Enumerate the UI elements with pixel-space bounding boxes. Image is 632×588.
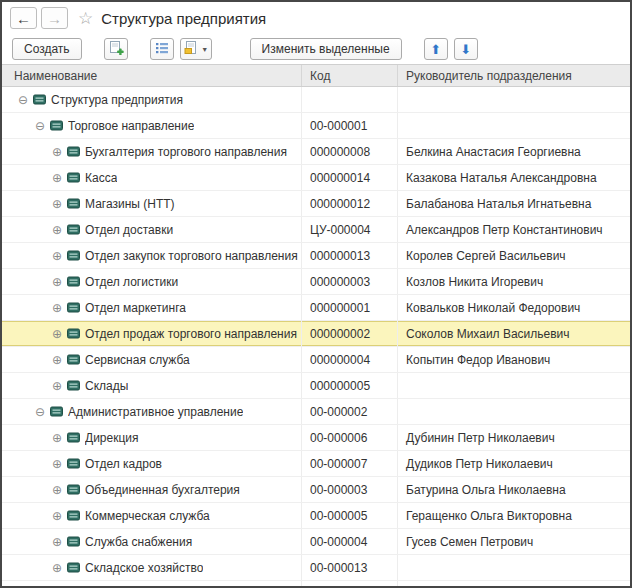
table-row[interactable]: ⊕ Отдел логистики 000000003 Козлов Никит… xyxy=(2,269,630,295)
move-down-button[interactable]: ⬇ xyxy=(454,38,478,60)
table-header: Наименование Код Руководитель подразделе… xyxy=(2,64,630,87)
table-row[interactable]: ⊕ Отдел кадров 00-000007 Дудиков Петр Ни… xyxy=(2,451,630,477)
expander-icon[interactable]: ⊕ xyxy=(50,458,64,470)
table-row[interactable]: ⊕ Объединенная бухгалтерия 00-000003 Бат… xyxy=(2,477,630,503)
table-row[interactable]: ⊕ Сервисная служба 000000004 Копытин Фед… xyxy=(2,347,630,373)
row-name: Отдел закупок торгового направления xyxy=(85,249,298,263)
row-head: Соколов Михаил Васильевич xyxy=(398,321,630,346)
row-code: 00-000007 xyxy=(302,451,398,476)
expander-icon[interactable]: ⊕ xyxy=(50,146,64,158)
row-head: Балабанова Наталья Игнатьевна xyxy=(398,191,630,216)
more-actions-button[interactable]: ▼ xyxy=(180,38,212,60)
back-button[interactable]: ← xyxy=(10,7,37,29)
row-code: 000000005 xyxy=(302,373,398,398)
forward-button[interactable]: → xyxy=(41,7,68,29)
table-row[interactable]: ⊕ Магазины (НТТ) 000000012 Балабанова На… xyxy=(2,191,630,217)
table-row[interactable]: ⊕ Служба снабжения 00-000004 Гусев Семен… xyxy=(2,529,630,555)
expander-icon[interactable]: ⊖ xyxy=(16,94,30,106)
row-name: Отдел доставки xyxy=(85,223,173,237)
table-row[interactable]: ⊖ Административное управление 00-000002 xyxy=(2,399,630,425)
row-code: 00-000002 xyxy=(302,399,398,424)
row-head: Копытин Федор Иванович xyxy=(398,347,630,372)
row-name: Отдел продаж торгового направления xyxy=(85,327,297,341)
expander-icon[interactable]: ⊕ xyxy=(50,302,64,314)
row-code: 00-000005 xyxy=(302,503,398,528)
table-row[interactable]: ⊕ Складское хозяйство 00-000013 xyxy=(2,555,630,581)
row-head: Дубинин Петр Николаевич xyxy=(398,425,630,450)
new-group-icon xyxy=(108,40,124,59)
document-actions-icon xyxy=(183,40,199,59)
create-group-button[interactable] xyxy=(104,38,128,60)
row-head xyxy=(398,113,630,138)
column-header-code[interactable]: Код xyxy=(302,65,398,86)
row-head: Козлов Никита Игоревич xyxy=(398,269,630,294)
expander-icon[interactable]: ⊕ xyxy=(50,562,64,574)
row-name: Коммерческая служба xyxy=(85,509,210,523)
expander-icon[interactable]: ⊕ xyxy=(50,172,64,184)
favorite-star-icon[interactable]: ☆ xyxy=(78,8,93,29)
table-row[interactable]: ⊕ Бухгалтерия торгового направления 0000… xyxy=(2,139,630,165)
expander-icon[interactable]: ⊕ xyxy=(50,354,64,366)
name-cell: ⊕ Бухгалтерия торгового направления xyxy=(2,139,302,164)
table-row[interactable]: ⊕ Касса 000000014 Казакова Наталья Алекс… xyxy=(2,165,630,191)
department-icon xyxy=(67,276,80,287)
department-icon xyxy=(33,94,46,105)
table-body: ⊖ Структура предприятия ⊖ xyxy=(2,87,630,586)
expander-icon[interactable]: ⊕ xyxy=(50,380,64,392)
row-head: Александров Петр Константинович xyxy=(398,217,630,242)
table-row[interactable]: ⊕ Отдел доставки ЦУ-000004 Александров П… xyxy=(2,217,630,243)
expander-icon[interactable]: ⊕ xyxy=(50,276,64,288)
expander-icon[interactable]: ⊖ xyxy=(33,120,47,132)
tree-indent xyxy=(16,515,50,516)
row-code: 00-000006 xyxy=(302,425,398,450)
table-row[interactable]: ⊕ Коммерческая служба 00-000005 Геращенк… xyxy=(2,503,630,529)
tree-indent xyxy=(16,151,50,152)
column-header-head[interactable]: Руководитель подразделения xyxy=(398,65,630,86)
tree-indent xyxy=(16,125,33,126)
expander-icon[interactable]: ⊕ xyxy=(50,328,64,340)
row-name: Объединенная бухгалтерия xyxy=(85,483,240,497)
create-button[interactable]: Создать xyxy=(12,38,82,60)
expander-icon[interactable]: ⊕ xyxy=(50,250,64,262)
edit-selected-button[interactable]: Изменить выделенные xyxy=(250,38,402,60)
table-row[interactable]: ⊕ xyxy=(2,581,630,586)
toolbar: Создать xyxy=(2,34,630,64)
expander-icon[interactable]: ⊖ xyxy=(33,406,47,418)
expander-icon[interactable]: ⊕ xyxy=(50,510,64,522)
list-icon xyxy=(154,40,170,59)
row-name: Магазины (НТТ) xyxy=(85,197,175,211)
tree-indent xyxy=(16,463,50,464)
row-code xyxy=(302,87,398,112)
tree-indent xyxy=(16,281,50,282)
expander-icon[interactable]: ⊕ xyxy=(50,536,64,548)
name-cell: ⊕ Коммерческая служба xyxy=(2,503,302,528)
table-row[interactable]: ⊖ Торговое направление 00-000001 xyxy=(2,113,630,139)
list-view-button[interactable] xyxy=(150,38,174,60)
move-up-button[interactable]: ⬆ xyxy=(424,38,448,60)
row-head xyxy=(398,581,630,586)
table-row[interactable]: ⊕ Отдел закупок торгового направления 00… xyxy=(2,243,630,269)
row-name: Торговое направление xyxy=(68,119,194,133)
table-row[interactable]: ⊕ Отдел продаж торгового направления 000… xyxy=(2,321,630,347)
table-row[interactable]: ⊕ Склады 000000005 xyxy=(2,373,630,399)
table-row[interactable]: ⊖ Структура предприятия xyxy=(2,87,630,113)
name-cell: ⊕ Отдел маркетинга xyxy=(2,295,302,320)
name-cell: ⊕ Складское хозяйство xyxy=(2,555,302,580)
expander-icon[interactable]: ⊕ xyxy=(50,198,64,210)
row-code: 000000002 xyxy=(302,321,398,346)
row-head xyxy=(398,399,630,424)
table-row[interactable]: ⊕ Дирекция 00-000006 Дубинин Петр Никола… xyxy=(2,425,630,451)
name-cell: ⊕ Отдел продаж торгового направления xyxy=(2,321,302,346)
column-header-name[interactable]: Наименование xyxy=(2,65,302,86)
row-code: 000000014 xyxy=(302,165,398,190)
chevron-down-icon: ▼ xyxy=(201,46,208,53)
name-cell: ⊕ Отдел логистики xyxy=(2,269,302,294)
department-icon xyxy=(67,146,80,157)
expander-icon[interactable]: ⊕ xyxy=(50,432,64,444)
title-bar: ← → ☆ Структура предприятия xyxy=(2,2,630,34)
row-name: Структура предприятия xyxy=(51,93,183,107)
table-row[interactable]: ⊕ Отдел маркетинга 000000001 Ковальков Н… xyxy=(2,295,630,321)
name-cell: ⊕ Сервисная служба xyxy=(2,347,302,372)
expander-icon[interactable]: ⊕ xyxy=(50,224,64,236)
expander-icon[interactable]: ⊕ xyxy=(50,484,64,496)
